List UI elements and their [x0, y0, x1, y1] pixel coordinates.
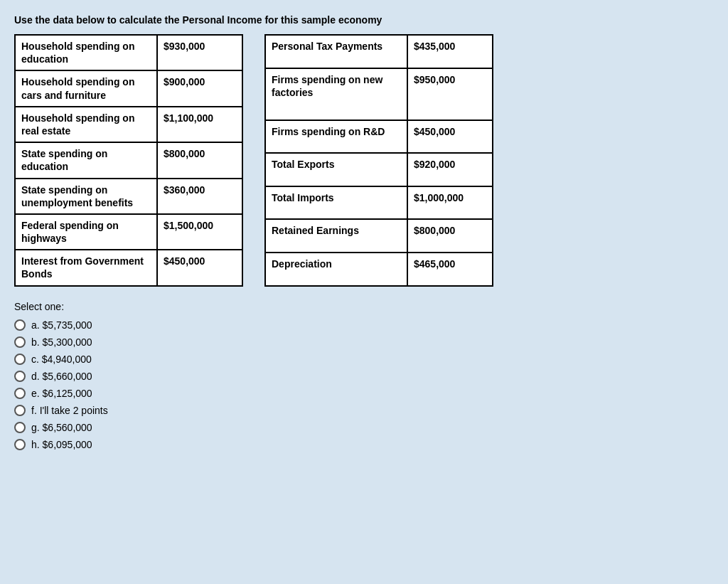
right-table: Personal Tax Payments$435,000Firms spend… — [264, 34, 493, 287]
select-label: Select one: — [14, 301, 714, 312]
question-text: Use the data below to calculate the Pers… — [14, 14, 714, 26]
radio-d[interactable] — [14, 371, 26, 382]
table-row: Federal spending on highways$1,500,000 — [15, 214, 242, 250]
left-label-cell: Household spending on cars and furniture — [15, 70, 157, 106]
right-label-cell: Retained Earnings — [265, 219, 407, 253]
option-label-e: e. $6,125,000 — [31, 388, 92, 399]
right-value-cell: $450,000 — [407, 120, 493, 154]
left-value-cell: $930,000 — [157, 35, 242, 70]
left-value-cell: $1,100,000 — [157, 107, 242, 142]
table-row: Total Exports$920,000 — [265, 153, 493, 186]
option-c[interactable]: c. $4,940,000 — [14, 354, 714, 365]
options-list: a. $5,735,000b. $5,300,000c. $4,940,000d… — [14, 319, 714, 450]
right-value-cell: $920,000 — [407, 153, 493, 186]
right-value-cell: $1,000,000 — [407, 186, 493, 220]
table-row: Firms spending on R&D$450,000 — [265, 120, 493, 154]
left-label-cell: Household spending on education — [15, 35, 157, 70]
table-row: Household spending on cars and furniture… — [15, 70, 242, 106]
right-label-cell: Depreciation — [265, 253, 407, 286]
table-row: Retained Earnings$800,000 — [265, 219, 493, 253]
radio-a[interactable] — [14, 319, 26, 331]
left-label-cell: State spending on unemployment benefits — [15, 179, 157, 214]
table-row: Personal Tax Payments$435,000 — [265, 35, 493, 68]
table-row: State spending on unemployment benefits$… — [15, 179, 242, 214]
right-label-cell: Personal Tax Payments — [265, 35, 407, 68]
left-table: Household spending on education$930,000H… — [14, 34, 243, 287]
table-row: Household spending on education$930,000 — [15, 35, 242, 70]
left-label-cell: Federal spending on highways — [15, 214, 157, 250]
option-g[interactable]: g. $6,560,000 — [14, 422, 714, 433]
right-label-cell: Firms spending on new factories — [265, 68, 407, 120]
option-label-h: h. $6,095,000 — [31, 439, 92, 450]
right-label-cell: Firms spending on R&D — [265, 120, 407, 154]
left-value-cell: $450,000 — [157, 250, 242, 285]
table-row: State spending on education$800,000 — [15, 142, 242, 178]
option-label-b: b. $5,300,000 — [31, 336, 92, 348]
table-row: Total Imports$1,000,000 — [265, 186, 493, 220]
option-f[interactable]: f. I'll take 2 points — [14, 405, 714, 416]
table-row: Household spending on real estate$1,100,… — [15, 107, 242, 142]
option-b[interactable]: b. $5,300,000 — [14, 336, 714, 348]
left-label-cell: Household spending on real estate — [15, 107, 157, 142]
left-value-cell: $360,000 — [157, 179, 242, 214]
option-d[interactable]: d. $5,660,000 — [14, 371, 714, 382]
option-label-c: c. $4,940,000 — [31, 354, 92, 365]
right-label-cell: Total Exports — [265, 153, 407, 186]
left-label-cell: Interest from Government Bonds — [15, 250, 157, 285]
radio-f[interactable] — [14, 405, 26, 416]
right-label-cell: Total Imports — [265, 186, 407, 220]
radio-h[interactable] — [14, 439, 26, 450]
option-label-f: f. I'll take 2 points — [31, 405, 108, 416]
option-label-a: a. $5,735,000 — [31, 319, 92, 331]
radio-c[interactable] — [14, 354, 26, 365]
left-value-cell: $800,000 — [157, 142, 242, 178]
table-gap — [243, 34, 264, 287]
option-h[interactable]: h. $6,095,000 — [14, 439, 714, 450]
table-row: Interest from Government Bonds$450,000 — [15, 250, 242, 285]
left-value-cell: $1,500,000 — [157, 214, 242, 250]
right-value-cell: $465,000 — [407, 253, 493, 286]
right-value-cell: $435,000 — [407, 35, 493, 68]
option-label-g: g. $6,560,000 — [31, 422, 92, 433]
left-label-cell: State spending on education — [15, 142, 157, 178]
option-a[interactable]: a. $5,735,000 — [14, 319, 714, 331]
right-value-cell: $950,000 — [407, 68, 493, 120]
table-row: Firms spending on new factories$950,000 — [265, 68, 493, 120]
left-value-cell: $900,000 — [157, 70, 242, 106]
option-e[interactable]: e. $6,125,000 — [14, 388, 714, 399]
right-value-cell: $800,000 — [407, 219, 493, 253]
radio-e[interactable] — [14, 388, 26, 399]
data-tables: Household spending on education$930,000H… — [14, 34, 714, 287]
table-row: Depreciation$465,000 — [265, 253, 493, 286]
option-label-d: d. $5,660,000 — [31, 371, 92, 382]
radio-g[interactable] — [14, 422, 26, 433]
radio-b[interactable] — [14, 336, 26, 348]
